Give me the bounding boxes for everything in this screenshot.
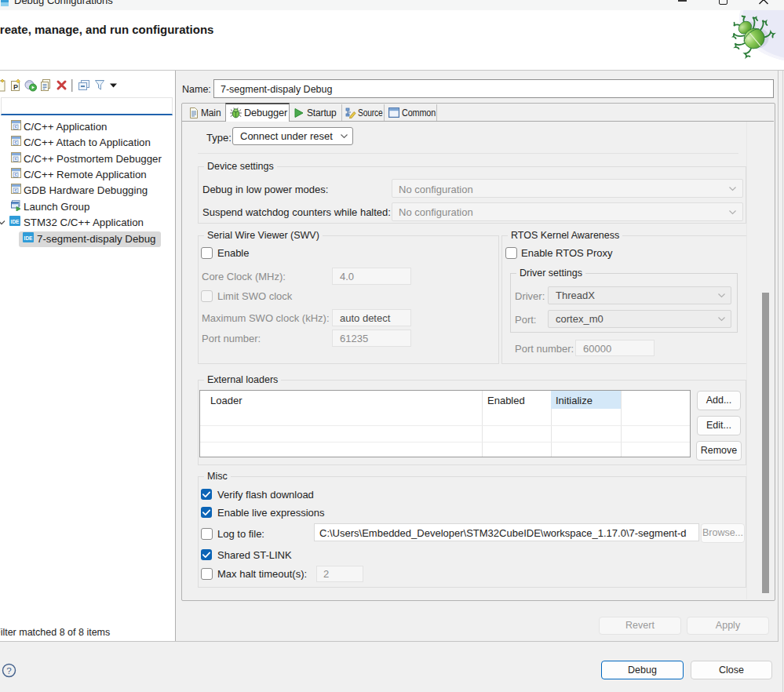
svg-text:?: ? [6,666,11,676]
svg-text:P: P [13,83,18,91]
